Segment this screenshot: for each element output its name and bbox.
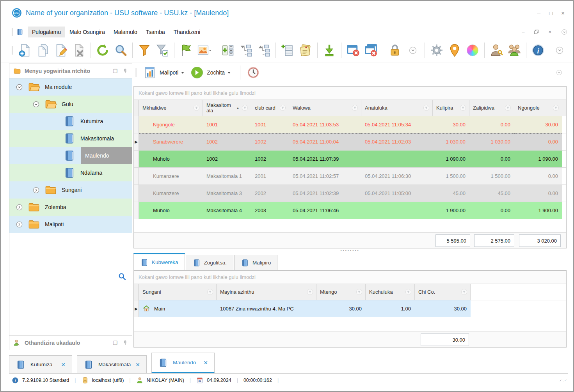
location-pin-icon[interactable] xyxy=(446,41,464,59)
column-header-walowa[interactable]: Walowa xyxy=(289,100,361,116)
edit-document-icon[interactable] xyxy=(52,41,70,59)
filter-funnel-icon[interactable] xyxy=(206,288,214,296)
mdi-restore-icon[interactable] xyxy=(534,29,539,34)
mdi-minimize-icon[interactable]: – xyxy=(522,29,524,35)
close-all-windows-icon[interactable] xyxy=(362,41,380,59)
more-chevron-icon[interactable] xyxy=(404,41,422,59)
panel-window-icon[interactable]: ❐ xyxy=(111,340,119,346)
column-header-kuchuluka[interactable]: Kuchuluka xyxy=(366,284,415,300)
toolbar-grip[interactable] xyxy=(11,46,13,55)
filter-funnel-icon[interactable] xyxy=(504,104,512,112)
window-tab-maulendo[interactable]: Maulendo ✕ xyxy=(151,353,215,373)
filter-funnel-icon[interactable] xyxy=(459,104,467,112)
panel-float-icon[interactable]: ❐ xyxy=(111,68,119,74)
close-tab-icon[interactable]: ✕ xyxy=(61,362,66,368)
add-row-icon[interactable] xyxy=(279,41,297,59)
tree-item-makasitomala[interactable]: Makasitomala xyxy=(9,130,132,147)
panel-pin-icon[interactable] xyxy=(123,68,128,74)
lock-icon[interactable] xyxy=(386,41,404,59)
more-chevron-icon[interactable] xyxy=(556,69,563,76)
search-icon[interactable] xyxy=(112,41,130,59)
filter-funnel-icon[interactable] xyxy=(241,104,249,112)
export-download-icon[interactable] xyxy=(320,41,338,59)
collapse-tree-icon[interactable] xyxy=(237,41,255,59)
filter-funnel-icon[interactable] xyxy=(193,104,200,112)
tree-search-icon[interactable] xyxy=(118,272,126,281)
expand-node-icon[interactable] xyxy=(32,186,40,194)
filter-funnel-icon[interactable] xyxy=(351,104,359,112)
expand-tree-icon[interactable] xyxy=(255,41,273,59)
apply-filter-icon[interactable] xyxy=(153,41,171,59)
toolbar-grip[interactable] xyxy=(11,28,13,36)
report-document-icon[interactable] xyxy=(143,66,156,79)
collapse-node-icon[interactable] xyxy=(16,83,23,91)
tab-malipiro[interactable]: Malipiro xyxy=(234,255,277,270)
column-header-makasitomala[interactable]: Makasitomala▲ xyxy=(203,100,251,116)
tree-item-zolemba[interactable]: Zolemba xyxy=(9,199,132,216)
users-group-icon[interactable] xyxy=(505,41,523,59)
tree-item-sungani[interactable]: Sungani xyxy=(9,181,132,199)
tree-item-gulu[interactable]: Gulu xyxy=(9,96,132,113)
expand-groups-icon[interactable] xyxy=(219,41,237,59)
column-header-mayina-azinthu[interactable]: Mayina azinthu xyxy=(217,284,316,300)
window-tab-makasitomala[interactable]: Makasitomala ✕ xyxy=(77,355,147,373)
tree-item-malipoti[interactable]: Malipoti xyxy=(9,216,132,233)
panel-pin-icon[interactable] xyxy=(123,340,128,346)
filter-funnel-icon[interactable] xyxy=(355,288,363,296)
table-row[interactable]: Kumanzere Makasitomala 1 2001 05.04.2021… xyxy=(134,168,566,185)
menu-item-pulogalamu[interactable]: Pulogalamu xyxy=(28,27,65,37)
expand-node-icon[interactable] xyxy=(16,221,23,228)
column-header-zalipidwa[interactable]: Zalipidwa xyxy=(469,100,514,116)
column-header-club-card[interactable]: club card xyxy=(251,100,289,116)
tree-item-kutumiza[interactable]: Kutumiza xyxy=(9,113,132,130)
close-tab-icon[interactable]: ✕ xyxy=(135,362,140,368)
notes-icon[interactable] xyxy=(297,41,315,59)
tree-item-ndalama[interactable]: Ndalama xyxy=(9,164,132,181)
menu-item-malo-osungira[interactable]: Malo Osungira xyxy=(65,27,109,37)
column-header-mkhalidwe[interactable]: Mkhalidwe xyxy=(139,100,203,116)
window-tab-kutumiza[interactable]: Kutumiza ✕ xyxy=(9,355,72,373)
filter-icon[interactable] xyxy=(135,41,153,59)
column-header-sungani[interactable]: Sungani xyxy=(139,284,217,300)
more-chevron-icon[interactable] xyxy=(551,41,569,59)
image-icon[interactable] xyxy=(195,41,213,59)
table-row[interactable]: Muholo Makasitomala 4 2003 05.04.2021 11… xyxy=(134,202,566,219)
collapse-node-icon[interactable] xyxy=(32,101,40,108)
flag-icon[interactable] xyxy=(177,41,195,59)
tree-item-maulendo-selected[interactable]: Maulendo xyxy=(9,147,132,164)
table-row-selected[interactable]: ▶ Sanabwerere 1002 1002 05.04.2021 11:00… xyxy=(134,133,566,151)
run-action-icon[interactable] xyxy=(190,66,204,79)
info-icon[interactable]: i xyxy=(529,41,547,59)
copy-document-icon[interactable] xyxy=(34,41,52,59)
column-header-kulipira[interactable]: Kulipira xyxy=(433,100,469,116)
column-header-mtengo[interactable]: Mtengo xyxy=(316,284,366,300)
table-row[interactable]: Muholo 1002 1002 05.04.2021 11:07:39 1 0… xyxy=(134,151,566,168)
mdi-close-icon[interactable]: × xyxy=(548,29,551,35)
refresh-icon[interactable] xyxy=(94,41,112,59)
close-window-button-icon[interactable] xyxy=(344,41,362,59)
table-row[interactable]: Ngongole 1001 1001 05.04.2021 11:03:53 0… xyxy=(134,116,566,133)
filter-funnel-icon[interactable] xyxy=(423,104,430,112)
filter-funnel-icon[interactable] xyxy=(306,288,314,296)
actions-menu-button[interactable]: Zochita xyxy=(207,69,231,76)
resize-grip[interactable]: ⋰⋰ xyxy=(558,378,568,383)
filter-funnel-icon[interactable] xyxy=(405,288,412,296)
menubar-more-chevron-icon[interactable] xyxy=(561,28,568,35)
menu-item-malamulo[interactable]: Malamulo xyxy=(109,27,142,37)
tree-item-ma-module[interactable]: Ma module xyxy=(9,78,132,96)
color-wheel-icon[interactable] xyxy=(464,41,482,59)
menu-item-tsamba[interactable]: Tsamba xyxy=(142,27,169,37)
filter-funnel-icon[interactable] xyxy=(460,288,468,296)
close-window-icon[interactable]: × xyxy=(561,10,565,16)
new-document-icon[interactable] xyxy=(16,41,34,59)
settings-gear-icon[interactable] xyxy=(428,41,446,59)
maximize-window-icon[interactable]: □ xyxy=(549,10,553,16)
reports-menu-button[interactable]: Malipoti xyxy=(160,69,184,76)
filter-funnel-icon[interactable] xyxy=(279,104,286,112)
column-header-ngongole[interactable]: Ngongole xyxy=(514,100,562,116)
filter-funnel-icon[interactable] xyxy=(552,104,560,112)
column-header-chi-co[interactable]: Chi Co. xyxy=(415,284,471,300)
user-access-icon[interactable] xyxy=(487,41,505,59)
menu-item-thandizeni[interactable]: Thandizeni xyxy=(169,27,205,37)
detail-table-row-selected[interactable]: ▶ Main 10067 Zina mwazinthu 4, Ma PC 30.… xyxy=(134,300,566,317)
